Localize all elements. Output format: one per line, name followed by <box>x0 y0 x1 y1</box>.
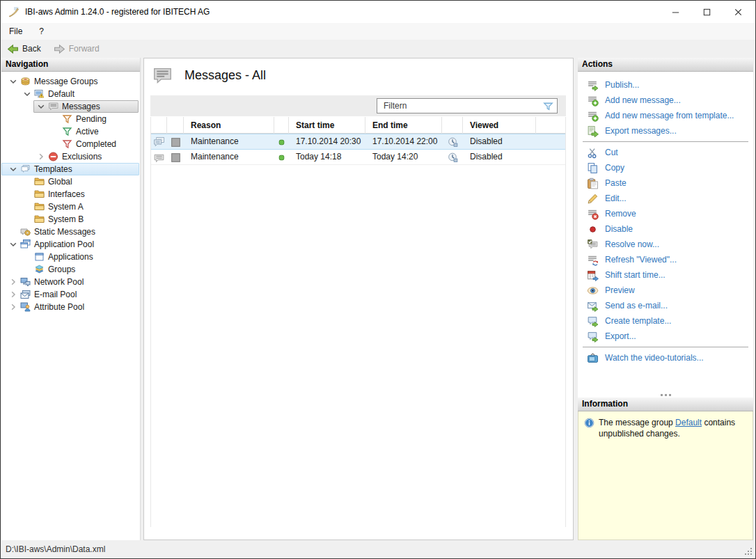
tree-item-messages[interactable]: Messages <box>1 100 140 113</box>
chevron-down-icon[interactable] <box>7 164 19 175</box>
menu-help[interactable]: ? <box>31 23 52 40</box>
column-color[interactable] <box>167 117 184 134</box>
action-create-template[interactable]: Create template... <box>578 313 753 329</box>
column-end-time[interactable]: End time <box>365 117 442 134</box>
status-dot-icon <box>276 137 287 148</box>
action-copy[interactable]: Copy <box>578 160 753 175</box>
cell-start-time: 17.10.2014 20:30 <box>289 134 365 150</box>
forward-label: Forward <box>69 44 100 54</box>
close-button[interactable] <box>723 1 754 23</box>
chevron-down-icon[interactable] <box>21 88 33 100</box>
filter-input[interactable] <box>377 101 542 111</box>
column-start-time[interactable]: Start time <box>289 117 365 134</box>
action-publish[interactable]: Publish... <box>578 77 753 93</box>
minimize-button[interactable] <box>660 1 691 23</box>
app-window: IBI-aws Admin 1.24.0 - registered for IB… <box>0 0 756 559</box>
tree-item-attribute-pool[interactable]: Attribute Pool <box>1 301 140 313</box>
tree-item-network-pool[interactable]: Network Pool <box>1 276 140 288</box>
cell-start-time: Today 14:18 <box>289 150 365 165</box>
action-edit[interactable]: Edit... <box>578 191 753 206</box>
eye-icon <box>587 285 599 297</box>
back-label: Back <box>22 44 41 54</box>
forward-button[interactable]: Forward <box>47 40 106 57</box>
action-watch-tutorials[interactable]: Watch the video-tutorials... <box>578 350 753 365</box>
info-text-before: The message group <box>599 418 675 427</box>
toolbar: Back Forward <box>1 40 755 58</box>
tv-icon <box>587 352 599 364</box>
action-export[interactable]: Export... <box>578 329 753 344</box>
back-button[interactable]: Back <box>1 40 47 57</box>
default-group-link[interactable]: Default <box>675 418 702 427</box>
action-shift-start-time[interactable]: Shift start time... <box>578 267 753 283</box>
column-status[interactable] <box>274 117 289 134</box>
tree-item-system-b[interactable]: System B <box>1 213 140 226</box>
action-refresh-viewed[interactable]: Refresh "Viewed"... <box>578 252 753 267</box>
table-row[interactable]: Maintenance Today 14:18 Today 14:20 Disa… <box>151 150 565 165</box>
action-disable[interactable]: Disable <box>578 221 753 237</box>
tree-item-global[interactable]: Global <box>1 175 140 188</box>
exclusions-icon <box>47 151 59 162</box>
chevron-spacer <box>21 176 33 187</box>
action-remove[interactable]: Remove <box>578 206 753 221</box>
tree-item-pending[interactable]: Pending <box>1 113 140 125</box>
menu-file[interactable]: File <box>1 23 31 40</box>
tree-item-applications[interactable]: Applications <box>1 251 140 263</box>
tree-item-label: Pending <box>76 114 107 124</box>
action-cut[interactable]: Cut <box>578 145 753 160</box>
chevron-down-icon[interactable] <box>35 101 47 112</box>
edit-pencil-icon <box>587 193 599 205</box>
action-label: Create template... <box>605 316 671 326</box>
status-dot-icon <box>276 152 287 163</box>
tree-item-completed[interactable]: Completed <box>1 138 140 150</box>
attribute-pool-icon <box>19 301 31 313</box>
action-preview[interactable]: Preview <box>578 283 753 298</box>
tree-item-templates[interactable]: Templates <box>1 163 140 175</box>
column-message-icon[interactable] <box>151 117 167 134</box>
app-icon <box>8 6 19 18</box>
tree-item-exclusions[interactable]: Exclusions <box>1 150 140 163</box>
maximize-button[interactable] <box>691 1 723 23</box>
folder-icon <box>33 214 45 225</box>
action-paste[interactable]: Paste <box>578 175 753 191</box>
tree-item-application-pool[interactable]: Application Pool <box>1 238 140 251</box>
templates-icon <box>19 164 31 175</box>
column-reason[interactable]: Reason <box>184 117 274 134</box>
menu-bar: File ? <box>1 23 755 40</box>
column-viewed-icon[interactable] <box>442 117 463 134</box>
message-groups-icon <box>19 76 31 87</box>
resize-grip[interactable] <box>743 546 753 556</box>
table-header[interactable]: Reason Start time End time Viewed <box>151 117 565 134</box>
tree-item-label: Interfaces <box>48 189 85 199</box>
network-pool-icon <box>19 276 31 288</box>
panel-splitter-grip[interactable] <box>578 394 753 396</box>
action-label: Refresh "Viewed"... <box>605 255 677 265</box>
action-send-as-email[interactable]: Send as e-mail... <box>578 298 753 313</box>
column-viewed[interactable]: Viewed <box>463 117 536 134</box>
filter-funnel-icon[interactable] <box>542 100 554 112</box>
table-row[interactable]: Maintenance 17.10.2014 20:30 17.10.2014 … <box>151 134 565 150</box>
tree-item-email-pool[interactable]: E-mail Pool <box>1 288 140 301</box>
action-add-from-template[interactable]: Add new message from template... <box>578 108 753 123</box>
tree-item-default[interactable]: Default <box>1 88 140 100</box>
tree-item-system-a[interactable]: System A <box>1 200 140 213</box>
action-export-messages[interactable]: Export messages... <box>578 123 753 139</box>
chevron-right-icon[interactable] <box>35 151 47 162</box>
chevron-down-icon[interactable] <box>7 76 19 87</box>
tree-item-label: E-mail Pool <box>34 290 77 299</box>
export-icon <box>587 331 599 343</box>
cell-reason: Maintenance <box>184 134 274 150</box>
chevron-right-icon[interactable] <box>7 276 19 288</box>
tree-item-active[interactable]: Active <box>1 125 140 138</box>
tree-item-interfaces[interactable]: Interfaces <box>1 188 140 200</box>
tree-item-static-messages[interactable]: Static Messages <box>1 226 140 238</box>
action-label: Shift start time... <box>605 270 666 280</box>
action-add-new-message[interactable]: Add new message... <box>578 93 753 108</box>
chevron-down-icon[interactable] <box>7 239 19 250</box>
action-label: Copy <box>605 163 624 173</box>
email-pool-icon <box>19 289 31 300</box>
chevron-right-icon[interactable] <box>7 289 19 300</box>
tree-item-groups[interactable]: Groups <box>1 263 140 276</box>
tree-item-message-groups[interactable]: Message Groups <box>1 75 140 88</box>
chevron-right-icon[interactable] <box>7 301 19 313</box>
action-resolve-now[interactable]: Resolve now... <box>578 237 753 252</box>
